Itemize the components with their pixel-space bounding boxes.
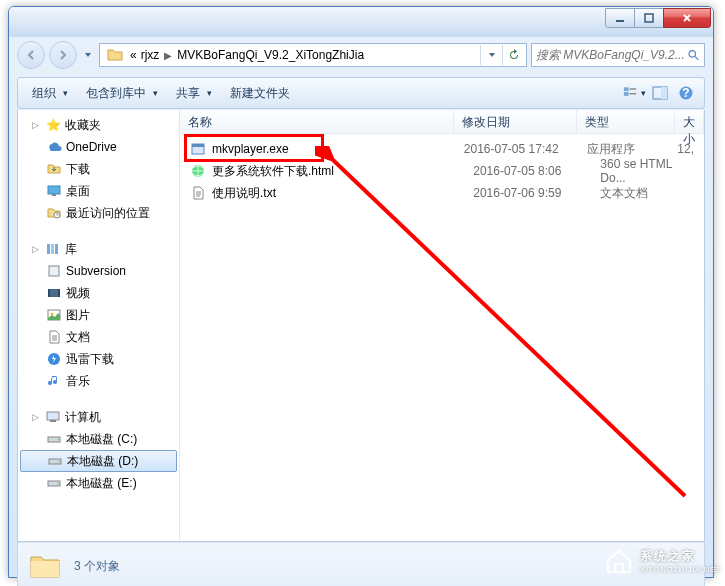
svg-rect-1 (645, 14, 653, 22)
help-button[interactable]: ? (674, 81, 698, 105)
include-library-button[interactable]: 包含到库中 (78, 81, 166, 106)
sidebar-item-videos[interactable]: 视频 (18, 282, 179, 304)
maximize-button[interactable] (634, 8, 664, 28)
column-headers: 名称 修改日期 类型 大小 (180, 110, 704, 134)
watermark: 系统之家 XITONGZHIJIA.NET (604, 546, 721, 576)
back-button[interactable] (17, 41, 45, 69)
sidebar[interactable]: ▷⭐收藏夹 OneDrive 下载 桌面 最近访问的位置 ▷库 Subversi… (18, 110, 180, 541)
breadcrumb-sep: ▶ (161, 50, 175, 61)
computer-group[interactable]: ▷计算机 (18, 406, 179, 428)
svg-rect-3 (624, 87, 629, 91)
file-name: mkvplayer.exe (212, 142, 289, 156)
breadcrumb-prefix[interactable]: « (128, 48, 139, 62)
sidebar-item-drive-c[interactable]: 本地磁盘 (C:) (18, 428, 179, 450)
computer-icon (45, 409, 61, 425)
sidebar-item-downloads[interactable]: 下载 (18, 158, 179, 180)
watermark-logo-icon (604, 546, 634, 576)
sidebar-item-desktop[interactable]: 桌面 (18, 180, 179, 202)
svg-rect-6 (630, 93, 637, 94)
folder-icon (106, 46, 124, 64)
sidebar-item-music[interactable]: 音乐 (18, 370, 179, 392)
content-area: ▷⭐收藏夹 OneDrive 下载 桌面 最近访问的位置 ▷库 Subversi… (17, 110, 705, 542)
file-size: 12, (677, 142, 704, 156)
forward-button[interactable] (49, 41, 77, 69)
minimize-button[interactable] (605, 8, 635, 28)
search-bar[interactable] (531, 43, 705, 67)
svg-rect-12 (52, 194, 56, 196)
file-type: 360 se HTML Do... (592, 157, 694, 185)
video-icon (46, 285, 62, 301)
libraries-group[interactable]: ▷库 (18, 238, 179, 260)
breadcrumb-seg[interactable]: rjxz (139, 48, 162, 62)
drive-icon (46, 431, 62, 447)
svg-text:?: ? (682, 86, 689, 100)
svg-rect-4 (624, 92, 629, 96)
sidebar-item-drive-e[interactable]: 本地磁盘 (E:) (18, 472, 179, 494)
file-name: 使用说明.txt (212, 185, 276, 202)
sidebar-item-pictures[interactable]: 图片 (18, 304, 179, 326)
svg-rect-14 (47, 244, 50, 254)
sidebar-item-drive-d[interactable]: 本地磁盘 (D:) (20, 450, 177, 472)
svg-rect-11 (48, 186, 60, 194)
document-icon (46, 329, 62, 345)
sidebar-item-documents[interactable]: 文档 (18, 326, 179, 348)
exe-icon (190, 141, 206, 157)
file-date: 2016-07-05 17:42 (456, 142, 579, 156)
desktop-icon (46, 183, 62, 199)
download-icon (46, 161, 62, 177)
svg-rect-5 (630, 88, 637, 89)
view-button[interactable]: ▾ (622, 81, 646, 105)
file-list-area[interactable]: 名称 修改日期 类型 大小 mkvplayer.exe 2016-07-05 1… (180, 110, 704, 541)
svg-rect-16 (55, 244, 58, 254)
recent-icon (46, 205, 62, 221)
search-icon[interactable] (687, 47, 700, 63)
nav-bar: « rjxz ▶ MVKBoFangQi_V9.2_XiTongZhiJia (17, 37, 705, 73)
txt-icon (190, 185, 206, 201)
drive-icon (46, 475, 62, 491)
svg-rect-19 (48, 289, 50, 297)
svg-point-27 (57, 439, 59, 441)
svg-rect-15 (51, 244, 54, 254)
sidebar-item-onedrive[interactable]: OneDrive (18, 136, 179, 158)
share-button[interactable]: 共享 (168, 81, 220, 106)
column-name[interactable]: 名称 (180, 110, 454, 133)
titlebar[interactable] (9, 7, 713, 37)
address-bar[interactable]: « rjxz ▶ MVKBoFangQi_V9.2_XiTongZhiJia (99, 43, 527, 67)
organize-button[interactable]: 组织 (24, 81, 76, 106)
file-type: 文本文档 (592, 185, 694, 202)
svg-rect-17 (49, 266, 59, 276)
file-row[interactable]: 更多系统软件下载.html 2016-07-05 8:06 360 se HTM… (180, 160, 704, 182)
svg-point-29 (58, 461, 60, 463)
svn-icon (46, 263, 62, 279)
new-folder-button[interactable]: 新建文件夹 (222, 81, 298, 106)
sidebar-item-recent[interactable]: 最近访问的位置 (18, 202, 179, 224)
favorites-group[interactable]: ▷⭐收藏夹 (18, 114, 179, 136)
column-date[interactable]: 修改日期 (454, 110, 577, 133)
address-dropdown[interactable] (480, 45, 502, 65)
file-date: 2016-07-06 9:59 (465, 186, 592, 200)
svg-rect-25 (50, 420, 56, 422)
file-name: 更多系统软件下载.html (212, 163, 334, 180)
html-icon (190, 163, 206, 179)
svg-rect-0 (616, 20, 624, 22)
status-bar: 3 个对象 (17, 542, 705, 586)
nav-history-dropdown[interactable] (81, 45, 95, 65)
breadcrumb-seg[interactable]: MVKBoFangQi_V9.2_XiTongZhiJia (175, 48, 366, 62)
file-date: 2016-07-05 8:06 (465, 164, 592, 178)
sidebar-item-xunlei[interactable]: 迅雷下载 (18, 348, 179, 370)
folder-icon (28, 549, 62, 583)
file-row[interactable]: 使用说明.txt 2016-07-06 9:59 文本文档 (180, 182, 704, 204)
svg-rect-8 (661, 87, 667, 99)
close-button[interactable] (663, 8, 711, 28)
cloud-icon (46, 139, 62, 155)
refresh-button[interactable] (502, 45, 524, 65)
column-size[interactable]: 大小 (675, 110, 704, 133)
column-type[interactable]: 类型 (577, 110, 675, 133)
file-list: mkvplayer.exe 2016-07-05 17:42 应用程序 12, … (180, 134, 704, 204)
svg-rect-24 (47, 412, 59, 420)
file-type: 应用程序 (579, 141, 677, 158)
search-input[interactable] (536, 48, 687, 62)
sidebar-item-subversion[interactable]: Subversion (18, 260, 179, 282)
music-icon (46, 373, 62, 389)
preview-pane-button[interactable] (648, 81, 672, 105)
